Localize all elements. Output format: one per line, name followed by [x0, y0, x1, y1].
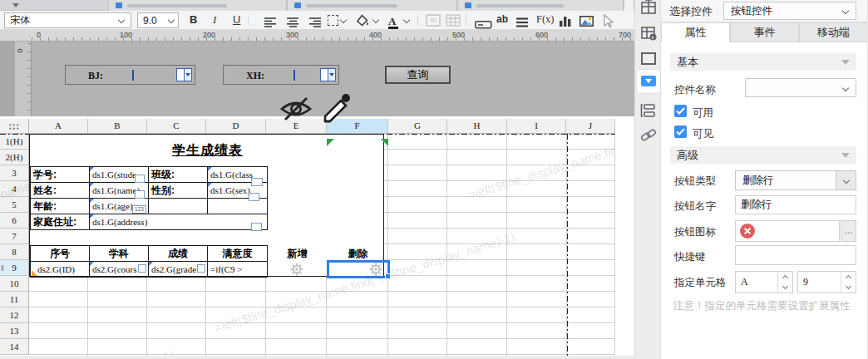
chevron-down-icon[interactable] — [372, 17, 379, 23]
formula-icon[interactable]: F(x) — [536, 13, 555, 26]
font-color-icon[interactable]: A — [388, 13, 398, 29]
row-header-7[interactable]: 7 — [0, 229, 29, 244]
image-icon[interactable] — [579, 15, 594, 30]
button-name-input[interactable] — [735, 195, 856, 214]
report-content-region[interactable]: 学生成绩表 学号: ds1.G(stude 班级: ds1.G(class 姓名… — [29, 134, 384, 277]
chart-icon[interactable] — [560, 15, 571, 30]
tab-mobile[interactable]: 移动端 — [799, 22, 868, 42]
row-header-13[interactable]: 13 — [0, 323, 29, 339]
row-header-10[interactable]: 10 — [0, 276, 29, 292]
row-header-1[interactable]: 1(H) — [0, 134, 29, 150]
font-family-select[interactable]: 宋体 — [4, 12, 131, 28]
cell-c4[interactable]: 性别: — [149, 183, 208, 199]
col-header-b[interactable]: B — [88, 119, 147, 134]
hyperlink-icon[interactable] — [638, 125, 659, 146]
add-row-button-gear-icon[interactable] — [290, 263, 303, 279]
cell-attributes-icon[interactable]: i — [638, 22, 659, 44]
cell-element-icon[interactable] — [638, 0, 659, 18]
col-header-a[interactable]: A — [29, 119, 88, 134]
align-left-icon[interactable] — [264, 16, 277, 31]
float-element-icon[interactable] — [638, 48, 659, 70]
spinner-down-icon[interactable] — [841, 283, 856, 293]
bold-button[interactable]: B — [190, 13, 197, 26]
document-tab[interactable] — [457, 0, 624, 11]
spinner-up-icon[interactable] — [777, 272, 792, 283]
cell-d9[interactable]: =if(C9 > — [208, 262, 267, 277]
row-header-8[interactable]: 8 — [0, 244, 29, 260]
row-header-9[interactable]: 9 — [0, 260, 29, 276]
document-tab[interactable] — [287, 0, 457, 11]
col-header-j[interactable]: J — [566, 119, 615, 134]
cell-e8-add-label[interactable]: 新增 — [267, 246, 328, 262]
cell-b8[interactable]: 学科 — [90, 246, 149, 262]
chevron-down-icon[interactable] — [403, 17, 410, 23]
pointer-tool-icon[interactable] — [603, 14, 615, 31]
cell-a3[interactable]: 学号: — [31, 167, 90, 183]
button-icon-input[interactable] — [735, 220, 840, 242]
sheet-corner[interactable] — [0, 119, 29, 134]
col-header-d[interactable]: D — [206, 119, 266, 134]
chevron-down-icon[interactable] — [340, 17, 347, 23]
font-size-select[interactable]: 9.0 — [137, 12, 179, 28]
align-center-icon[interactable] — [287, 16, 299, 31]
row-header-14[interactable]: 14 — [0, 339, 29, 355]
button-type-select[interactable]: 删除行 — [735, 170, 856, 190]
col-header-i[interactable]: I — [507, 119, 566, 134]
spinner-down-icon[interactable] — [777, 283, 792, 293]
italic-button[interactable]: I — [213, 13, 216, 27]
row-header-2[interactable]: 2(H) — [0, 150, 29, 165]
merge-cells-icon[interactable] — [426, 14, 441, 30]
fill-color-icon[interactable] — [356, 14, 370, 31]
bottom-scroll-strip[interactable] — [0, 356, 634, 359]
text-widget-icon[interactable]: ab — [496, 13, 508, 25]
line-spacing-icon[interactable] — [516, 16, 529, 31]
row-header-6[interactable]: 6 — [0, 213, 29, 229]
row-header-12[interactable]: 12 — [0, 307, 29, 323]
icon-more-button[interactable]: ... — [841, 220, 856, 242]
row-header-4[interactable]: 4 — [0, 181, 29, 197]
bj-combo-widget[interactable]: BJ: — [65, 65, 195, 85]
cell-a5[interactable]: 年龄: — [31, 199, 90, 214]
section-advanced[interactable]: 高级 — [670, 146, 856, 164]
widget-name-select[interactable] — [745, 78, 856, 97]
visible-checkbox[interactable] — [674, 125, 687, 138]
cell-c8[interactable]: 成绩 — [149, 246, 208, 262]
widget-settings-tool-active[interactable] — [637, 70, 660, 93]
condition-attributes-icon[interactable] — [638, 100, 659, 121]
cell-a9[interactable]: ds2.G(ID) — [31, 262, 90, 277]
xh-combo-widget[interactable]: XH: — [223, 65, 339, 85]
combobox-icon[interactable] — [176, 68, 192, 81]
row-header-5[interactable]: 5 — [0, 197, 29, 213]
col-header-c[interactable]: C — [147, 119, 206, 134]
combobox-icon[interactable] — [320, 68, 336, 81]
underline-button[interactable]: U — [233, 13, 240, 26]
cell-b6-merged[interactable]: ds1.G(address) — [90, 214, 267, 229]
cell-d8[interactable]: 满意度 — [208, 246, 267, 262]
query-button[interactable]: 查询 — [385, 66, 451, 84]
cell-a8[interactable]: 序号 — [31, 246, 90, 262]
border-style-icon[interactable] — [328, 15, 338, 26]
cell-c5[interactable] — [149, 199, 208, 214]
row-header-11[interactable]: 11 — [0, 292, 29, 307]
selection-handle[interactable] — [385, 273, 391, 279]
cell-c3[interactable]: 班级: — [149, 167, 208, 183]
grid-settings-icon[interactable] — [446, 14, 461, 30]
cell-row-spinner[interactable]: 9 — [797, 271, 856, 293]
col-header-g[interactable]: G — [388, 119, 447, 134]
sheet-grid[interactable]: 学生成绩表 学号: ds1.G(stude 班级: ds1.G(class 姓名… — [29, 134, 615, 356]
section-basic[interactable]: 基本 — [670, 53, 856, 71]
widget-type-select[interactable]: 按钮控件 — [723, 2, 856, 20]
cell-a4[interactable]: 姓名: — [31, 183, 90, 199]
align-right-icon[interactable] — [309, 16, 322, 31]
cell-column-spinner[interactable]: A — [735, 271, 793, 293]
spinner-up-icon[interactable] — [841, 272, 856, 283]
document-tab-active[interactable] — [624, 0, 634, 11]
tab-events[interactable]: 事件 — [730, 22, 799, 42]
selected-cell-f9[interactable] — [327, 260, 390, 278]
hotkey-input[interactable] — [735, 245, 856, 265]
enabled-checkbox[interactable] — [674, 105, 687, 117]
row-header-3[interactable]: 3 — [0, 165, 29, 181]
tab-properties[interactable]: 属性 — [661, 22, 730, 42]
document-tab[interactable] — [108, 0, 287, 11]
tab-overflow-arrow-icon[interactable] — [12, 3, 19, 7]
